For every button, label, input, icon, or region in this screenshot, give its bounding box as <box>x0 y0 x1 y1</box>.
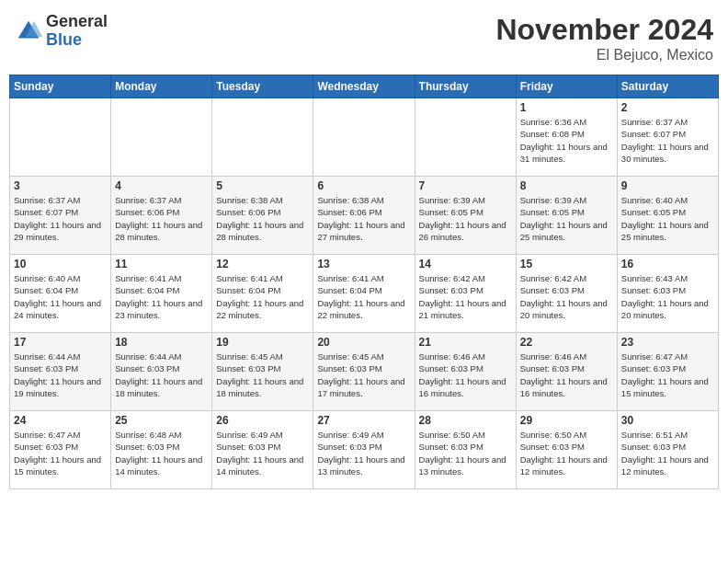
day-number: 18 <box>115 336 208 349</box>
day-of-week-header: Sunday <box>10 75 111 98</box>
calendar-cell: 26Sunrise: 6:49 AM Sunset: 6:03 PM Dayli… <box>212 411 313 489</box>
day-number: 30 <box>621 414 714 427</box>
day-of-week-header: Saturday <box>617 75 718 98</box>
day-info: Sunrise: 6:36 AM Sunset: 6:08 PM Dayligh… <box>520 116 613 165</box>
calendar-cell: 16Sunrise: 6:43 AM Sunset: 6:03 PM Dayli… <box>617 255 718 333</box>
location: El Bejuco, Mexico <box>495 47 713 63</box>
day-number: 4 <box>115 179 208 192</box>
day-of-week-header: Friday <box>516 75 617 98</box>
calendar-cell <box>415 98 516 177</box>
calendar-cell: 8Sunrise: 6:39 AM Sunset: 6:05 PM Daylig… <box>516 177 617 255</box>
day-info: Sunrise: 6:46 AM Sunset: 6:03 PM Dayligh… <box>520 350 613 399</box>
day-info: Sunrise: 6:49 AM Sunset: 6:03 PM Dayligh… <box>216 429 309 477</box>
calendar-cell: 24Sunrise: 6:47 AM Sunset: 6:03 PM Dayli… <box>10 411 111 489</box>
day-number: 20 <box>317 336 410 349</box>
calendar-cell: 25Sunrise: 6:48 AM Sunset: 6:03 PM Dayli… <box>111 411 212 489</box>
day-info: Sunrise: 6:39 AM Sunset: 6:05 PM Dayligh… <box>419 194 512 243</box>
day-info: Sunrise: 6:40 AM Sunset: 6:05 PM Dayligh… <box>621 194 714 243</box>
calendar-cell: 27Sunrise: 6:49 AM Sunset: 6:03 PM Dayli… <box>313 411 415 489</box>
day-info: Sunrise: 6:38 AM Sunset: 6:06 PM Dayligh… <box>216 194 309 243</box>
calendar-cell: 28Sunrise: 6:50 AM Sunset: 6:03 PM Dayli… <box>415 411 516 489</box>
day-number: 27 <box>317 414 410 427</box>
calendar-cell <box>313 98 415 177</box>
day-info: Sunrise: 6:51 AM Sunset: 6:03 PM Dayligh… <box>621 429 714 477</box>
day-info: Sunrise: 6:37 AM Sunset: 6:07 PM Dayligh… <box>14 194 107 243</box>
day-info: Sunrise: 6:41 AM Sunset: 6:04 PM Dayligh… <box>115 272 208 321</box>
day-number: 12 <box>216 258 309 270</box>
logo-blue: Blue <box>46 31 108 50</box>
calendar-cell <box>10 98 111 177</box>
calendar-cell: 12Sunrise: 6:41 AM Sunset: 6:04 PM Dayli… <box>212 255 313 333</box>
day-of-week-header: Tuesday <box>212 75 313 98</box>
day-number: 14 <box>419 258 512 270</box>
day-number: 23 <box>621 336 714 349</box>
day-number: 1 <box>520 101 613 114</box>
day-of-week-header: Thursday <box>415 75 516 98</box>
calendar-cell: 13Sunrise: 6:41 AM Sunset: 6:04 PM Dayli… <box>313 255 415 333</box>
calendar-cell <box>111 98 212 177</box>
day-info: Sunrise: 6:44 AM Sunset: 6:03 PM Dayligh… <box>14 350 107 399</box>
day-number: 25 <box>115 414 208 427</box>
day-info: Sunrise: 6:48 AM Sunset: 6:03 PM Dayligh… <box>115 429 208 477</box>
day-info: Sunrise: 6:41 AM Sunset: 6:04 PM Dayligh… <box>216 272 309 321</box>
day-number: 8 <box>520 179 613 192</box>
page-header: General Blue November 2024 El Bejuco, Me… <box>9 9 719 67</box>
calendar-cell: 4Sunrise: 6:37 AM Sunset: 6:06 PM Daylig… <box>111 177 212 255</box>
day-info: Sunrise: 6:43 AM Sunset: 6:03 PM Dayligh… <box>621 272 714 321</box>
calendar-week-row: 1Sunrise: 6:36 AM Sunset: 6:08 PM Daylig… <box>10 98 719 177</box>
day-info: Sunrise: 6:45 AM Sunset: 6:03 PM Dayligh… <box>317 350 410 399</box>
calendar-cell: 2Sunrise: 6:37 AM Sunset: 6:07 PM Daylig… <box>617 98 718 177</box>
calendar-week-row: 10Sunrise: 6:40 AM Sunset: 6:04 PM Dayli… <box>10 255 719 333</box>
day-number: 7 <box>419 179 512 192</box>
day-number: 9 <box>621 179 714 192</box>
calendar-body: 1Sunrise: 6:36 AM Sunset: 6:08 PM Daylig… <box>10 98 719 489</box>
day-info: Sunrise: 6:44 AM Sunset: 6:03 PM Dayligh… <box>115 350 208 399</box>
day-number: 15 <box>520 258 613 270</box>
calendar-cell: 18Sunrise: 6:44 AM Sunset: 6:03 PM Dayli… <box>111 333 212 411</box>
day-number: 13 <box>317 258 410 270</box>
calendar-cell: 14Sunrise: 6:42 AM Sunset: 6:03 PM Dayli… <box>415 255 516 333</box>
logo-general: General <box>46 13 108 31</box>
day-info: Sunrise: 6:38 AM Sunset: 6:06 PM Dayligh… <box>317 194 410 243</box>
calendar-cell: 19Sunrise: 6:45 AM Sunset: 6:03 PM Dayli… <box>212 333 313 411</box>
day-number: 10 <box>14 258 107 270</box>
day-number: 21 <box>419 336 512 349</box>
calendar-week-row: 17Sunrise: 6:44 AM Sunset: 6:03 PM Dayli… <box>10 333 719 411</box>
day-info: Sunrise: 6:41 AM Sunset: 6:04 PM Dayligh… <box>317 272 410 321</box>
calendar-cell: 29Sunrise: 6:50 AM Sunset: 6:03 PM Dayli… <box>516 411 617 489</box>
day-info: Sunrise: 6:40 AM Sunset: 6:04 PM Dayligh… <box>14 272 107 321</box>
calendar-cell: 10Sunrise: 6:40 AM Sunset: 6:04 PM Dayli… <box>10 255 111 333</box>
calendar-cell: 30Sunrise: 6:51 AM Sunset: 6:03 PM Dayli… <box>617 411 718 489</box>
day-info: Sunrise: 6:46 AM Sunset: 6:03 PM Dayligh… <box>419 350 512 399</box>
logo-icon <box>15 17 42 45</box>
calendar-cell: 9Sunrise: 6:40 AM Sunset: 6:05 PM Daylig… <box>617 177 718 255</box>
day-info: Sunrise: 6:37 AM Sunset: 6:07 PM Dayligh… <box>621 116 714 165</box>
calendar-week-row: 3Sunrise: 6:37 AM Sunset: 6:07 PM Daylig… <box>10 177 719 255</box>
day-number: 16 <box>621 258 714 270</box>
day-number: 24 <box>14 414 107 427</box>
calendar-header: SundayMondayTuesdayWednesdayThursdayFrid… <box>10 75 719 98</box>
day-info: Sunrise: 6:50 AM Sunset: 6:03 PM Dayligh… <box>520 429 613 477</box>
day-number: 2 <box>621 101 714 114</box>
day-info: Sunrise: 6:50 AM Sunset: 6:03 PM Dayligh… <box>419 429 512 477</box>
day-number: 22 <box>520 336 613 349</box>
calendar-cell: 11Sunrise: 6:41 AM Sunset: 6:04 PM Dayli… <box>111 255 212 333</box>
calendar-cell: 15Sunrise: 6:42 AM Sunset: 6:03 PM Dayli… <box>516 255 617 333</box>
logo-text: General Blue <box>46 13 108 50</box>
day-number: 3 <box>14 179 107 192</box>
day-number: 11 <box>115 258 208 270</box>
day-info: Sunrise: 6:42 AM Sunset: 6:03 PM Dayligh… <box>419 272 512 321</box>
day-info: Sunrise: 6:45 AM Sunset: 6:03 PM Dayligh… <box>216 350 309 399</box>
calendar-cell: 5Sunrise: 6:38 AM Sunset: 6:06 PM Daylig… <box>212 177 313 255</box>
day-number: 28 <box>419 414 512 427</box>
day-info: Sunrise: 6:47 AM Sunset: 6:03 PM Dayligh… <box>14 429 107 477</box>
calendar-cell: 3Sunrise: 6:37 AM Sunset: 6:07 PM Daylig… <box>10 177 111 255</box>
calendar-cell: 17Sunrise: 6:44 AM Sunset: 6:03 PM Dayli… <box>10 333 111 411</box>
day-of-week-header: Monday <box>111 75 212 98</box>
calendar-table: SundayMondayTuesdayWednesdayThursdayFrid… <box>9 75 719 489</box>
day-info: Sunrise: 6:49 AM Sunset: 6:03 PM Dayligh… <box>317 429 410 477</box>
day-number: 19 <box>216 336 309 349</box>
calendar-cell: 23Sunrise: 6:47 AM Sunset: 6:03 PM Dayli… <box>617 333 718 411</box>
month-title: November 2024 <box>495 13 713 47</box>
calendar-cell: 7Sunrise: 6:39 AM Sunset: 6:05 PM Daylig… <box>415 177 516 255</box>
